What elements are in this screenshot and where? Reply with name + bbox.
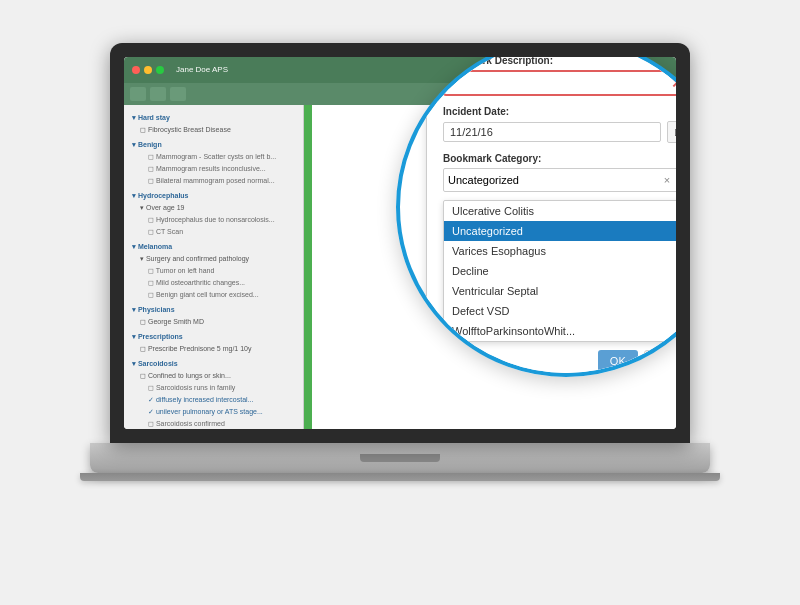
calendar-icon[interactable]: 🗓 (667, 121, 676, 143)
sidebar-item: ▾ Sarcoidosis (128, 358, 299, 370)
laptop-bezel: Jane Doe APS ▾ Hard stay ◻ Fibrocystic B… (110, 43, 690, 443)
toolbar-button-1[interactable] (130, 87, 146, 101)
sidebar-item: ▾ Physicians (128, 304, 299, 316)
laptop-foot (80, 473, 720, 481)
sidebar-item: ◻ Prescribe Prednisone 5 mg/1 10y (128, 343, 299, 355)
ok-button[interactable]: OK (598, 350, 638, 372)
sidebar-item: ◻ Hydrocephalus due to nonsarcolosis... (128, 214, 299, 226)
sidebar-item: ▾ Melanoma (128, 241, 299, 253)
sidebar-item: ◻ Mammogram results inconclusive... (128, 163, 299, 175)
bookmark-category-label: Bookmark Category: (443, 153, 676, 164)
sidebar-item: ◻ Mild osteoarthritic changes... (128, 277, 299, 289)
sidebar-item: ◻ Benign giant cell tumor excised... (128, 289, 299, 301)
sidebar-item: ◻ Fibrocystic Breast Disease (128, 124, 299, 136)
dropdown-item-wolff[interactable]: WolfftoParkinsontoWhit... (444, 321, 676, 341)
dropdown-item-defect-vsd[interactable]: Defect VSD (444, 301, 676, 321)
category-dropdown-arrow[interactable]: ▼ (674, 175, 676, 186)
clear-input-icon[interactable]: ✕ (671, 75, 676, 91)
toolbar-button-3[interactable] (170, 87, 186, 101)
sidebar-item: ▾ Prescriptions (128, 331, 299, 343)
sidebar-item: ◻ Sarcoidosis confirmed (128, 418, 299, 429)
incident-date-input[interactable]: 11/21/16 (443, 122, 661, 142)
sidebar-item: ◻ George Smith MD (128, 316, 299, 328)
category-select-row: Uncategorized × ▼ (443, 168, 676, 192)
green-accent-bar (304, 105, 312, 429)
circle-overlay: Add Bookmark Dialog ✏ Bookmark Descripti… (396, 57, 676, 377)
dropdown-item-decline[interactable]: Decline (444, 261, 676, 281)
laptop-screen: Jane Doe APS ▾ Hard stay ◻ Fibrocystic B… (124, 57, 676, 429)
toolbar-button-2[interactable] (150, 87, 166, 101)
maximize-dot (156, 66, 164, 74)
sidebar-item: ◻ Bilateral mammogram posed normal... (128, 175, 299, 187)
category-clear-icon[interactable]: × (664, 174, 670, 186)
bookmark-description-label: Bookmark Description: (443, 57, 676, 67)
minimize-dot (144, 66, 152, 74)
category-selected-value: Uncategorized (448, 174, 519, 186)
app-title: Jane Doe APS (176, 65, 228, 74)
laptop-notch (360, 454, 440, 462)
sidebar-item: ◻ Tumor on left hand (128, 265, 299, 277)
dropdown-item-varices-esophagus[interactable]: Varices Esophagus (444, 241, 676, 261)
close-dot (132, 66, 140, 74)
bookmark-description-input[interactable]: ✕ (443, 70, 676, 96)
background-app: Jane Doe APS ▾ Hard stay ◻ Fibrocystic B… (124, 57, 676, 429)
sidebar-item: ▾ Benign (128, 139, 299, 151)
add-bookmark-dialog: Add Bookmark Dialog ✏ Bookmark Descripti… (426, 57, 676, 377)
sidebar-item: ◻ Mammogram - Scatter cysts on left b... (128, 151, 299, 163)
category-dropdown-list[interactable]: Ulcerative Colitis Uncategorized Varices… (443, 200, 676, 342)
sidebar-item: ◻ Sarcoidosis runs in family (128, 382, 299, 394)
sidebar: ▾ Hard stay ◻ Fibrocystic Breast Disease… (124, 105, 304, 429)
sidebar-item: ◻ Confined to lungs or skin... (128, 370, 299, 382)
cancel-button[interactable]: Ca... (644, 350, 676, 372)
sidebar-item: ✓ diffusely increased intercostal... (128, 394, 299, 406)
sidebar-item: ◻ CT Scan (128, 226, 299, 238)
sidebar-item: ✓ unilever pulmonary or ATS stage... (128, 406, 299, 418)
dropdown-item-ulcerative-colitis[interactable]: Ulcerative Colitis (444, 201, 676, 221)
dropdown-item-ventricular-septal[interactable]: Ventricular Septal (444, 281, 676, 301)
laptop: Jane Doe APS ▾ Hard stay ◻ Fibrocystic B… (90, 43, 710, 563)
laptop-base (90, 443, 710, 473)
category-select[interactable]: Uncategorized × ▼ (443, 168, 676, 192)
dialog-footer: OK Ca... (443, 350, 676, 372)
incident-date-row: 11/21/16 🗓 (443, 121, 676, 143)
sidebar-item: ▾ Over age 19 (128, 202, 299, 214)
incident-date-label: Incident Date: (443, 106, 676, 117)
sidebar-item: ▾ Hydrocephalus (128, 190, 299, 202)
sidebar-item: ▾ Surgery and confirmed pathology (128, 253, 299, 265)
sidebar-item: ▾ Hard stay (128, 112, 299, 124)
dropdown-item-uncategorized[interactable]: Uncategorized (444, 221, 676, 241)
